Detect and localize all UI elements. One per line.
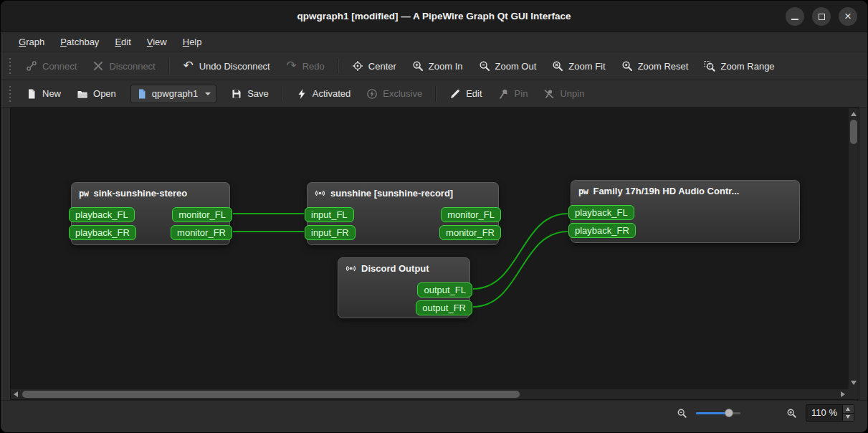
toolbar-handle[interactable] [9, 58, 11, 74]
window-controls [786, 7, 857, 26]
port-sink-sunshine-stereo-playback_FL[interactable]: playback_FL [69, 207, 135, 222]
zoom-fit-button[interactable]: Zoom Fit [544, 55, 613, 77]
app-window: qpwgraph1 [modified] — A PipeWire Graph … [0, 0, 868, 433]
center-button[interactable]: Center [344, 55, 404, 77]
disconnect-label: Disconnect [109, 61, 155, 72]
spin-arrows [842, 405, 854, 421]
toolbar-separator [168, 58, 170, 74]
unpin-button[interactable]: Unpin [535, 83, 592, 105]
disconnect-button[interactable]: Disconnect [85, 55, 163, 77]
node-title: sunshine [sunshine-record] [330, 188, 453, 199]
pipewire-icon: pw [79, 189, 88, 199]
save-icon [231, 88, 242, 100]
activated-toggle[interactable]: Activated [288, 83, 358, 105]
new-file-icon [26, 88, 37, 100]
menu-help[interactable]: Help [175, 33, 210, 51]
toolbar-separator [338, 58, 339, 74]
node-sunshine[interactable]: sunshine [sunshine-record]input_FLinput_… [307, 182, 499, 245]
port-discord-output-output_FR[interactable]: output_FR [416, 300, 472, 315]
menu-graph[interactable]: Graph [11, 33, 52, 51]
statusbar: 110 % [1, 400, 867, 432]
connection-wires [11, 108, 848, 389]
zoom-in-label: Zoom In [429, 61, 463, 72]
minimize-button[interactable] [786, 7, 804, 26]
exclusive-toggle[interactable]: Exclusive [358, 83, 430, 105]
save-label: Save [247, 88, 269, 99]
zoom-fit-icon [552, 60, 563, 72]
zoom-out-small-icon[interactable] [677, 408, 687, 419]
port-sunshine-monitor_FR[interactable]: monitor_FR [439, 225, 501, 240]
undo-disconnect-button[interactable]: ↶ Undo Disconnect [175, 55, 278, 77]
toolbar-handle[interactable] [9, 86, 11, 102]
zoom-in-small-icon[interactable] [786, 408, 797, 419]
zoom-reset-button[interactable]: Zoom Reset [614, 55, 697, 77]
scroll-left-arrow[interactable] [14, 391, 18, 397]
port-discord-output-output_FL[interactable]: output_FL [417, 282, 472, 298]
spin-up-button[interactable] [843, 405, 854, 414]
window-title: qpwgraph1 [modified] — A PipeWire Graph … [297, 11, 571, 22]
zoom-slider-handle[interactable] [725, 409, 733, 417]
unpin-icon [543, 88, 555, 100]
new-button[interactable]: New [18, 83, 69, 105]
zoom-level-value: 110 % [806, 405, 842, 421]
port-sunshine-input_FR[interactable]: input_FR [305, 225, 356, 240]
pipewire-icon: pw [578, 186, 588, 196]
menubar: Graph Patchbay Edit View Help [1, 32, 867, 52]
zoom-slider[interactable] [696, 408, 740, 418]
node-sink-sunshine-stereo[interactable]: pwsink-sunshine-stereoplayback_FLplaybac… [71, 182, 230, 245]
zoom-range-label: Zoom Range [720, 61, 774, 72]
zoom-range-button[interactable]: Zoom Range [696, 55, 782, 77]
zoom-in-icon [412, 60, 424, 72]
pin-label: Pin [515, 88, 528, 99]
redo-button[interactable]: ↷ Redo [278, 55, 333, 77]
edit-label: Edit [466, 88, 482, 99]
edit-button[interactable]: Edit [442, 83, 490, 105]
scrollbar-corner [848, 389, 859, 399]
port-family-hd-audio-playback_FL[interactable]: playback_FL [568, 205, 634, 220]
vertical-scroll-thumb[interactable] [850, 120, 857, 144]
exclusive-label: Exclusive [383, 88, 422, 99]
spin-down-button[interactable] [843, 414, 854, 422]
zoom-out-button[interactable]: Zoom Out [471, 55, 545, 77]
menu-view[interactable]: View [139, 33, 175, 51]
activated-label: Activated [313, 88, 350, 99]
port-sink-sunshine-stereo-playback_FR[interactable]: playback_FR [69, 225, 136, 240]
port-sink-sunshine-stereo-monitor_FL[interactable]: monitor_FL [172, 207, 232, 222]
maximize-button[interactable] [812, 7, 831, 26]
open-folder-icon [77, 88, 88, 100]
port-sink-sunshine-stereo-monitor_FR[interactable]: monitor_FR [171, 225, 232, 240]
scroll-down-arrow[interactable] [851, 381, 857, 385]
unpin-label: Unpin [560, 88, 584, 99]
scroll-right-arrow[interactable] [841, 391, 845, 397]
patchbay-combo[interactable]: qpwgraph1 [130, 85, 216, 103]
port-sunshine-input_FL[interactable]: input_FL [305, 207, 354, 222]
scroll-up-arrow[interactable] [851, 112, 857, 116]
menu-patchbay[interactable]: Patchbay [52, 33, 107, 51]
open-label: Open [93, 88, 116, 99]
port-family-hd-audio-playback_FR[interactable]: playback_FR [568, 223, 636, 238]
vertical-scrollbar[interactable] [848, 108, 859, 389]
titlebar: qpwgraph1 [modified] — A PipeWire Graph … [1, 1, 867, 32]
node-title: sink-sunshine-stereo [93, 188, 187, 199]
node-discord-output[interactable]: Discord Outputoutput_FLoutput_FR [338, 257, 470, 318]
center-label: Center [368, 61, 396, 72]
media-node-icon [315, 188, 325, 199]
close-button[interactable] [839, 7, 857, 26]
horizontal-scroll-thumb[interactable] [22, 391, 520, 398]
node-title: Family 17h/19h HD Audio Contr... [593, 186, 739, 196]
connect-label: Connect [42, 61, 77, 72]
port-sunshine-monitor_FL[interactable]: monitor_FL [441, 207, 501, 222]
undo-icon: ↶ [183, 60, 194, 72]
graph-canvas[interactable]: pwsink-sunshine-stereoplayback_FLplaybac… [11, 108, 848, 389]
menu-edit[interactable]: Edit [107, 33, 138, 51]
zoom-in-button[interactable]: Zoom In [404, 55, 471, 77]
connect-button[interactable]: Connect [18, 55, 85, 77]
node-family-hd-audio[interactable]: pwFamily 17h/19h HD Audio Contr...playba… [571, 180, 800, 243]
open-button[interactable]: Open [69, 83, 124, 105]
save-button[interactable]: Save [223, 83, 277, 105]
redo-label: Redo [302, 61, 325, 72]
pin-button[interactable]: Pin [490, 83, 536, 105]
horizontal-scrollbar[interactable] [11, 389, 848, 399]
zoom-level-spinbox[interactable]: 110 % [806, 404, 854, 422]
exclusive-icon [366, 88, 378, 100]
